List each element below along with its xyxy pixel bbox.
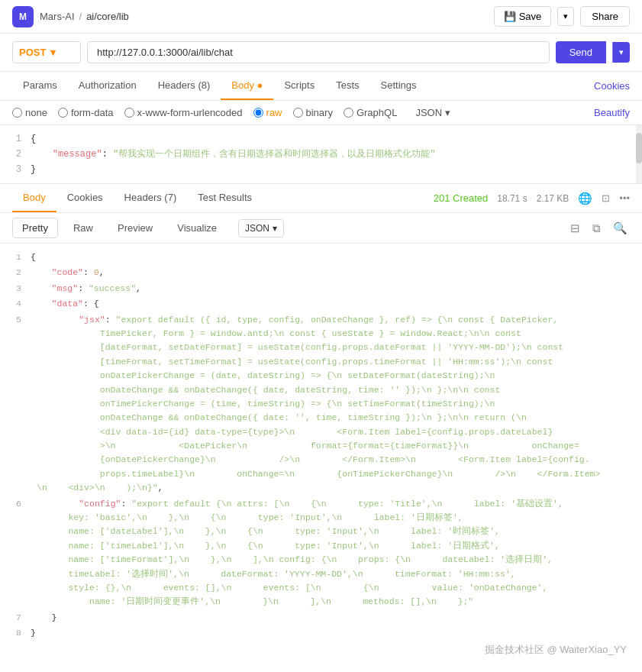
tab-headers[interactable]: Headers (8) <box>147 72 221 100</box>
breadcrumb-separator: / <box>79 11 82 22</box>
resp-line-6: 6 "config": "export default {\n attrs: [… <box>0 496 642 610</box>
response-tab-headers[interactable]: Headers (7) <box>114 184 188 212</box>
resp-line-8: 8 } <box>0 625 642 641</box>
format-label: JSON <box>415 107 442 118</box>
editor-scrollbar-thumb <box>636 133 642 163</box>
cookies-link[interactable]: Cookies <box>594 73 630 99</box>
response-format-arrow: ▾ <box>273 223 277 234</box>
response-tab-body[interactable]: Body <box>12 184 56 212</box>
response-tab-cookies[interactable]: Cookies <box>56 184 114 212</box>
send-arrow-button[interactable]: ▾ <box>612 42 630 63</box>
save-button[interactable]: 💾 Save <box>494 6 552 27</box>
resp-line-7: 7 } <box>0 610 642 625</box>
response-tab-test-results[interactable]: Test Results <box>187 184 263 212</box>
radio-binary[interactable]: binary <box>293 107 333 118</box>
resp-tab-pretty[interactable]: Pretty <box>12 218 58 238</box>
format-select[interactable]: JSON ▾ <box>415 107 450 118</box>
more-icon: ••• <box>619 192 630 204</box>
radio-raw[interactable]: raw <box>253 107 282 118</box>
resp-line-3: 3 "msg": "success", <box>0 281 642 296</box>
tab-body[interactable]: Body ● <box>221 72 273 100</box>
radio-urlencoded[interactable]: x-www-form-urlencoded <box>124 107 243 118</box>
filter-icon[interactable]: ⊟ <box>568 219 582 237</box>
request-bar: POST ▾ Send ▾ <box>0 34 642 72</box>
resp-line-2: 2 "code": 0, <box>0 265 642 280</box>
tab-params[interactable]: Params <box>12 72 68 100</box>
screenshot-icon: ⊡ <box>602 192 610 204</box>
response-action-icons: ⊟ ⧉ 🔍 <box>568 219 630 237</box>
resp-line-1: 1 { <box>0 250 642 265</box>
tab-settings[interactable]: Settings <box>370 72 427 100</box>
tab-authorization[interactable]: Authorization <box>68 72 147 100</box>
response-format-select[interactable]: JSON ▾ <box>238 219 284 237</box>
resp-tab-preview[interactable]: Preview <box>108 218 162 237</box>
editor-scrollbar[interactable] <box>636 125 642 183</box>
resp-line-4: 4 "data": { <box>0 296 642 312</box>
app-container: M Mars-AI / ai/core/lib 💾 Save ▾ Share P… <box>0 0 642 672</box>
response-view-tabs: Pretty Raw Preview Visualize JSON ▾ ⊟ ⧉ … <box>0 213 642 244</box>
response-time: 18.71 s <box>497 193 527 204</box>
method-select[interactable]: POST ▾ <box>12 41 81 63</box>
breadcrumb-app: Mars-AI <box>40 11 75 22</box>
method-arrow: ▾ <box>50 47 56 58</box>
header-actions: 💾 Save ▾ Share <box>494 6 630 27</box>
response-tabs: Body Cookies Headers (7) Test Results 20… <box>0 184 642 213</box>
request-body-editor[interactable]: 1 { 2 "message": "帮我实现一个日期组件，含有日期选择器和时间选… <box>0 125 642 184</box>
format-arrow: ▾ <box>445 107 450 118</box>
code-line-3: 3 } <box>0 162 642 177</box>
response-body-code: 1 { 2 "code": 0, 3 "msg": "success", 4 "… <box>0 244 642 672</box>
code-line-2: 2 "message": "帮我实现一个日期组件，含有日期选择器和时间选择器，以… <box>0 147 642 162</box>
search-icon[interactable]: 🔍 <box>611 219 630 237</box>
resp-tab-visualize[interactable]: Visualize <box>168 218 226 237</box>
save-dropdown-button[interactable]: ▾ <box>557 7 574 26</box>
breadcrumb-path: ai/core/lib <box>86 11 129 22</box>
response-format-label: JSON <box>245 223 269 234</box>
response-status-area: 201 Created 18.71 s 2.17 KB 🌐 ⊡ ••• <box>434 186 630 212</box>
app-header: M Mars-AI / ai/core/lib 💾 Save ▾ Share <box>0 0 642 34</box>
response-size: 2.17 KB <box>537 193 569 204</box>
method-label: POST <box>19 47 46 58</box>
status-badge: 201 Created <box>434 192 489 204</box>
request-tabs: Params Authorization Headers (8) Body ● … <box>0 72 642 101</box>
breadcrumb: Mars-AI / ai/core/lib <box>40 11 129 22</box>
radio-none[interactable]: none <box>12 107 47 118</box>
tab-scripts[interactable]: Scripts <box>273 72 325 100</box>
radio-form-data[interactable]: form-data <box>58 107 114 118</box>
body-type-group: none form-data x-www-form-urlencoded raw… <box>12 107 397 118</box>
body-options: none form-data x-www-form-urlencoded raw… <box>0 101 642 125</box>
resp-tab-raw[interactable]: Raw <box>64 218 102 237</box>
radio-graphql[interactable]: GraphQL <box>344 107 397 118</box>
resp-line-5: 5 "jsx": "export default ({ id, type, co… <box>0 312 642 496</box>
globe-icon: 🌐 <box>578 192 592 205</box>
tab-tests[interactable]: Tests <box>325 72 369 100</box>
app-logo: M <box>12 6 34 27</box>
share-button[interactable]: Share <box>580 6 630 27</box>
send-button[interactable]: Send <box>556 41 606 63</box>
code-line-1: 1 { <box>0 131 642 147</box>
url-input[interactable] <box>87 41 550 63</box>
beautify-button[interactable]: Beautify <box>594 107 630 118</box>
save-icon: 💾 <box>504 11 516 22</box>
copy-icon[interactable]: ⧉ <box>590 219 603 237</box>
